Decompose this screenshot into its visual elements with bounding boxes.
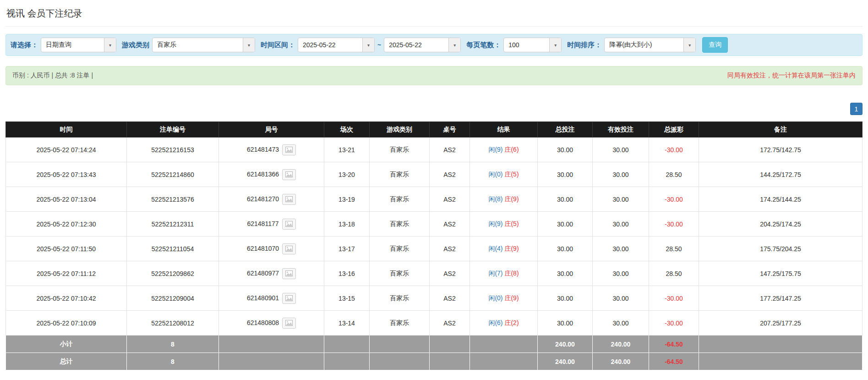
cell-bet-id: 522521209004: [127, 286, 219, 311]
footer-empty-cell: [699, 336, 863, 353]
cell-total-bet[interactable]: 30.00: [538, 212, 593, 237]
view-result-image-button[interactable]: [282, 194, 296, 205]
query-type-select[interactable]: 日期查询 ▾: [41, 38, 116, 52]
cell-total-bet[interactable]: 30.00: [538, 138, 593, 162]
view-result-image-button[interactable]: [282, 268, 296, 279]
result-banker: 庄(6): [504, 146, 519, 153]
cell-total-payout: 28.50: [649, 162, 699, 187]
records-table: 时间 注单编号 局号 场次 游戏类别 桌号 结果 总投注 有效投注 总派彩 备注…: [5, 121, 863, 370]
date-from-select[interactable]: 2025-05-22 ▾: [298, 38, 375, 52]
footer-empty-cell: [219, 353, 324, 370]
view-result-image-button[interactable]: [282, 293, 296, 304]
cell-table-no: AS2: [430, 311, 470, 336]
view-result-image-button[interactable]: [282, 219, 296, 230]
result-banker: 庄(9): [504, 294, 519, 302]
cell-table-no: AS2: [430, 237, 470, 261]
cell-total-bet[interactable]: 30.00: [538, 237, 593, 261]
picture-icon: [285, 270, 293, 276]
col-header-table-no: 桌号: [430, 122, 470, 138]
cell-round-id: 621481473: [219, 138, 324, 162]
view-result-image-button[interactable]: [282, 243, 296, 254]
view-result-image-button[interactable]: [282, 318, 296, 329]
result-player: 闲(6): [488, 319, 502, 326]
cell-remark: 172.75/142.75: [699, 138, 863, 162]
cell-time: 2025-05-22 07:12:30: [6, 212, 127, 237]
total-payout: -64.50: [649, 353, 699, 370]
cell-total-bet[interactable]: 30.00: [538, 261, 593, 286]
game-type-select[interactable]: 百家乐 ▾: [152, 38, 255, 52]
picture-icon: [285, 147, 293, 153]
result-banker: 庄(9): [504, 245, 519, 252]
sort-select[interactable]: 降幂(由大到小) ▾: [604, 38, 696, 52]
footer-empty-cell: [324, 336, 370, 353]
cell-game-type: 百家乐: [370, 237, 430, 261]
col-header-round-id: 局号: [219, 122, 324, 138]
chevron-down-icon[interactable]: ▾: [549, 38, 561, 52]
picture-icon: [285, 320, 293, 326]
subtotal-valid-bet: 240.00: [593, 336, 649, 353]
cell-total-payout: -30.00: [649, 286, 699, 311]
chevron-down-icon[interactable]: ▾: [362, 38, 374, 52]
table-body: 2025-05-22 07:14:24 522521216153 6214814…: [6, 138, 863, 336]
subtotal-payout: -64.50: [649, 336, 699, 353]
page-button-1[interactable]: 1: [850, 103, 863, 115]
cell-result: 闲(9) 庄(5): [470, 212, 538, 237]
cell-session: 13-21: [324, 138, 370, 162]
footer-empty-cell: [324, 353, 370, 370]
picture-icon: [285, 221, 293, 227]
col-header-bet-id: 注单编号: [127, 122, 219, 138]
cell-session: 13-18: [324, 212, 370, 237]
cell-round-id: 621480977: [219, 261, 324, 286]
cell-time: 2025-05-22 07:10:09: [6, 311, 127, 336]
cell-total-bet[interactable]: 30.00: [538, 162, 593, 187]
date-to-select[interactable]: 2025-05-22 ▾: [384, 38, 461, 52]
chevron-down-icon[interactable]: ▾: [243, 38, 255, 52]
cell-total-bet[interactable]: 30.00: [538, 286, 593, 311]
cell-session: 13-19: [324, 187, 370, 212]
result-player: 闲(9): [488, 146, 502, 153]
subtotal-row: 小计 8 240.00 240.00 -64.50: [6, 336, 863, 353]
cell-result: 闲(8) 庄(9): [470, 187, 538, 212]
col-header-remark: 备注: [699, 122, 863, 138]
chevron-down-icon[interactable]: ▾: [104, 38, 116, 52]
cell-total-bet[interactable]: 30.00: [538, 311, 593, 336]
cell-result: 闲(0) 庄(5): [470, 162, 538, 187]
cell-time: 2025-05-22 07:13:43: [6, 162, 127, 187]
cell-total-bet[interactable]: 30.00: [538, 187, 593, 212]
cell-table-no: AS2: [430, 261, 470, 286]
cell-total-payout: 28.50: [649, 261, 699, 286]
view-result-image-button[interactable]: [282, 169, 296, 180]
cell-remark: 147.25/175.75: [699, 261, 863, 286]
footer-empty-cell: [470, 353, 538, 370]
query-type-value: 日期查询: [41, 38, 104, 52]
cell-bet-id: 522521209862: [127, 261, 219, 286]
page-size-select[interactable]: 100 ▾: [503, 38, 562, 52]
date-from-value: 2025-05-22: [298, 38, 362, 52]
col-header-payout: 总派彩: [649, 122, 699, 138]
cell-remark: 177.25/147.25: [699, 286, 863, 311]
cell-time: 2025-05-22 07:11:12: [6, 261, 127, 286]
total-row: 总计 8 240.00 240.00 -64.50: [6, 353, 863, 370]
cell-session: 13-15: [324, 286, 370, 311]
result-banker: 庄(9): [504, 195, 519, 203]
table-row: 2025-05-22 07:11:50 522521211054 6214810…: [6, 237, 863, 261]
summary-totals-text: 币别 : 人民币 | 总共 :8 注单 |: [12, 72, 93, 80]
cell-remark: 174.25/144.25: [699, 187, 863, 212]
chevron-down-icon[interactable]: ▾: [683, 38, 695, 52]
cell-bet-id: 522521214860: [127, 162, 219, 187]
page-title: 视讯 会员下注纪录: [6, 7, 862, 20]
cell-valid-bet: 30.00: [593, 286, 649, 311]
cell-time: 2025-05-22 07:11:50: [6, 237, 127, 261]
cell-session: 13-16: [324, 261, 370, 286]
search-button[interactable]: 查询: [702, 37, 728, 53]
cell-game-type: 百家乐: [370, 311, 430, 336]
page-size-value: 100: [504, 38, 549, 52]
cell-remark: 175.75/204.25: [699, 237, 863, 261]
chevron-down-icon[interactable]: ▾: [448, 38, 460, 52]
round-id-text: 621481177: [247, 220, 278, 227]
result-player: 闲(9): [488, 220, 502, 227]
view-result-image-button[interactable]: [282, 144, 296, 155]
cell-total-payout: 28.50: [649, 237, 699, 261]
table-row: 2025-05-22 07:11:12 522521209862 6214809…: [6, 261, 863, 286]
round-id-text: 621481070: [247, 244, 279, 252]
